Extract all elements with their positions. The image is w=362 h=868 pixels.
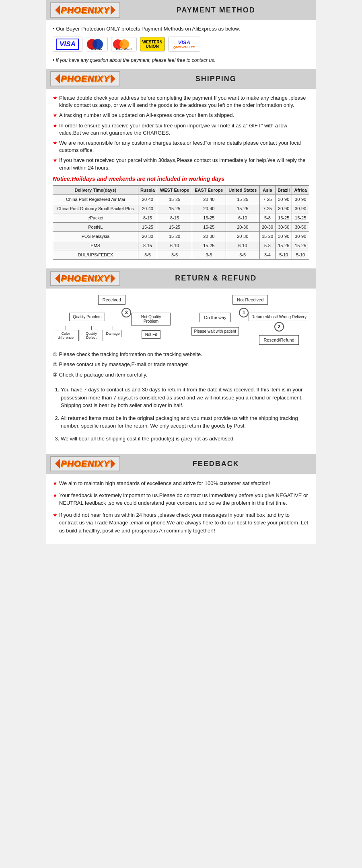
- table-cell: 8-15: [138, 213, 157, 222]
- not-fit-node: Not Fit: [142, 330, 160, 339]
- shipping-header: PHOENIXY SHIPPING: [46, 69, 316, 89]
- table-cell: 15-25: [276, 213, 292, 222]
- payment-title: PAYMENT METHOD: [120, 6, 312, 14]
- logo-arrow-left-icon: [55, 459, 60, 469]
- policy-list: You have 7 days to contact us and 30 day…: [53, 386, 309, 442]
- col-header-1: Russia: [138, 185, 157, 194]
- table-cell: 15-25: [292, 213, 309, 222]
- table-header-row: Delivery Time(days) Russia WEST Europe E…: [53, 185, 309, 194]
- on-the-way-node: On the way: [200, 313, 231, 322]
- table-cell: China Post Ordinary Small Packet Plus: [53, 204, 138, 213]
- line-10: [279, 306, 279, 313]
- table-cell: 15-25: [292, 241, 309, 250]
- circle-1: 1: [239, 308, 249, 317]
- damage-wrap: Damage: [104, 326, 121, 341]
- line-4: [91, 326, 92, 330]
- feedback-title: FEEDBACK: [120, 460, 312, 468]
- feedback-bullet-2: Your feedback is extremely important to …: [53, 491, 309, 507]
- table-cell: 15-25: [138, 222, 157, 231]
- table-cell: 30-90: [292, 231, 309, 241]
- table-cell: 20-30: [226, 222, 259, 231]
- shipping-bullets: Please double check your address before …: [53, 94, 309, 172]
- line-9: [215, 322, 215, 327]
- visa-icon: VISA: [53, 37, 82, 52]
- line-1: [87, 306, 87, 313]
- payment-icons: VISA Maestro MasterCard WESTERN UNION VI: [53, 37, 309, 52]
- table-cell: 7-25: [259, 194, 275, 204]
- col-header-2: WEST Europe: [157, 185, 192, 194]
- table-cell: 30-90: [276, 194, 292, 204]
- maestro-icon: Maestro: [86, 37, 108, 51]
- table-cell: 15-25: [276, 241, 292, 250]
- table-cell: 3-5: [226, 250, 259, 259]
- table-cell: EMS: [53, 241, 138, 250]
- table-cell: 20-30: [259, 222, 275, 231]
- h-connector: [62, 326, 112, 326]
- table-cell: 30-50: [276, 222, 292, 231]
- table-cell: 6-10: [157, 241, 192, 250]
- payment-note: • Our Buyer Protection ONLY protects Pay…: [53, 26, 309, 32]
- table-cell: 3-5: [138, 250, 157, 259]
- table-row: China Post Registered Air Mai20-4015-252…: [53, 194, 309, 204]
- shipping-bullet-5: If you have not received your parcel wit…: [53, 157, 309, 171]
- table-cell: 20-40: [192, 194, 226, 204]
- table-cell: China Post Registered Air Mai: [53, 194, 138, 204]
- damage-node: Damage: [104, 330, 121, 337]
- col-header-6: Brazil: [276, 185, 292, 194]
- table-cell: 5-10: [292, 250, 309, 259]
- refund-note-1: ① Please check the tracking information …: [53, 350, 309, 358]
- refund-notes: ① Please check the tracking information …: [53, 345, 309, 379]
- table-cell: 6-10: [226, 241, 259, 250]
- diagram-right: Not Received On the way Please wait with…: [191, 295, 309, 345]
- not-quality-problem-node: Not Quality Problem: [131, 313, 171, 326]
- payment-section: PHOENIXY PAYMENT METHOD • Our Buyer Prot…: [46, 0, 316, 69]
- payment-header: PHOENIXY PAYMENT METHOD: [46, 0, 316, 20]
- table-row: China Post Ordinary Small Packet Plus20-…: [53, 204, 309, 213]
- shipping-logo: PHOENIXY: [50, 71, 120, 86]
- table-cell: 20-40: [138, 204, 157, 213]
- refund-note-3: ③ Check the package and item carefully.: [53, 371, 309, 379]
- logo-text: PHOENIXY: [61, 74, 110, 84]
- table-cell: 20-40: [192, 204, 226, 213]
- logo-text: PHOENIXY: [61, 5, 110, 15]
- table-cell: 20-40: [138, 194, 157, 204]
- table-cell: 5-10: [276, 250, 292, 259]
- table-cell: 15-25: [226, 204, 259, 213]
- feedback-logo: PHOENIXY: [50, 456, 120, 471]
- table-cell: 15-25: [226, 194, 259, 204]
- logo-arrow-right-icon: [111, 74, 115, 84]
- refund-policies: You have 7 days to contact us and 30 day…: [53, 381, 309, 442]
- quality-problem-node: Quality Problem: [69, 313, 105, 321]
- line-6: [151, 306, 151, 313]
- table-cell: 15-25: [192, 222, 226, 231]
- diagram-left: Received Quality Problem: [53, 295, 171, 341]
- shipping-bullet-2: A tracking number will be updated on Ali…: [53, 112, 309, 119]
- policy-2: All returned items must be in the origin…: [61, 414, 309, 430]
- not-quality-branch: Not Quality Problem Not Fit: [131, 306, 171, 339]
- table-cell: 3-5: [157, 250, 192, 259]
- table-cell: 5-8: [259, 241, 275, 250]
- logo-arrow-left-icon: [55, 274, 60, 283]
- policy-1: You have 7 days to contact us and 30 day…: [61, 386, 309, 409]
- feedback-header: PHOENIXY FEEDBACK: [46, 454, 316, 474]
- logo-arrow-right-icon: [111, 459, 115, 469]
- table-cell: 8-15: [157, 213, 192, 222]
- line-7: [151, 326, 151, 330]
- payment-footer: • If you have any question about the pay…: [53, 57, 309, 63]
- table-cell: 30-90: [292, 204, 309, 213]
- logo-text: PHOENIXY: [61, 273, 110, 284]
- feedback-content: We aim to maintain high standards of exc…: [46, 474, 316, 544]
- western-union-icon: WESTERN UNION: [140, 37, 165, 51]
- received-center: Received: [53, 295, 171, 305]
- table-cell: 15-25: [157, 194, 192, 204]
- table-cell: 3-4: [259, 250, 275, 259]
- table-cell: 3-5: [192, 250, 226, 259]
- circle2-wrap: 2: [274, 322, 284, 333]
- logo-arrow-left-icon: [55, 74, 60, 84]
- returned-branch: Returned/Lost/ Wrong Delivery 2 Resend/R…: [249, 306, 309, 345]
- shipping-table: Delivery Time(days) Russia WEST Europe E…: [53, 185, 309, 260]
- circle3-wrap: 3: [121, 308, 131, 319]
- not-received-node: Not Received: [232, 295, 268, 305]
- received-branches: Quality Problem Color difference Qu: [53, 306, 171, 341]
- line-5: [113, 326, 113, 330]
